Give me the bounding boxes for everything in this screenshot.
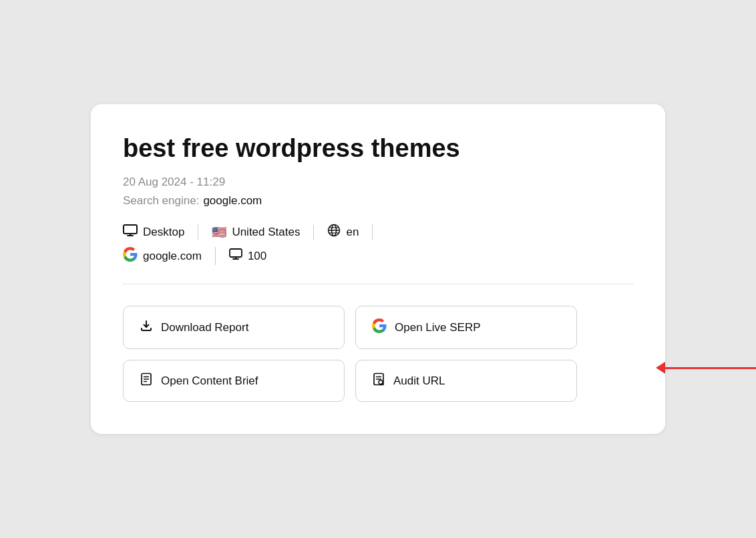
monitor-icon bbox=[123, 224, 138, 240]
language-label: en bbox=[346, 226, 359, 239]
page-title: best free wordpress themes bbox=[123, 133, 633, 164]
meta-row-2: google.com 100 bbox=[123, 247, 633, 265]
download-icon bbox=[140, 319, 153, 336]
audit-url-label: Audit URL bbox=[393, 374, 445, 388]
results-count: 100 bbox=[248, 250, 266, 263]
arrow-head bbox=[656, 362, 665, 374]
search-engine-label: Search engine: bbox=[123, 194, 199, 208]
buttons-grid: Download Report Open Live SERP bbox=[123, 306, 577, 402]
download-report-button[interactable]: Download Report bbox=[123, 306, 345, 349]
arrow-annotation bbox=[657, 362, 756, 374]
arrow-line bbox=[665, 367, 756, 369]
google-serp-icon bbox=[372, 318, 387, 336]
results-meta: 100 bbox=[229, 248, 280, 264]
timestamp: 20 Aug 2024 - 11:29 bbox=[123, 176, 633, 189]
device-label: Desktop bbox=[143, 226, 184, 239]
audit-url-icon bbox=[372, 372, 385, 389]
download-report-label: Download Report bbox=[161, 321, 248, 334]
divider bbox=[123, 284, 633, 284]
audit-url-button[interactable]: Audit URL bbox=[355, 360, 577, 402]
flag-icon: 🇺🇸 bbox=[212, 225, 226, 240]
google-label: google.com bbox=[143, 250, 202, 263]
country-label: United States bbox=[232, 226, 300, 239]
open-content-brief-label: Open Content Brief bbox=[161, 374, 258, 388]
svg-rect-6 bbox=[230, 249, 242, 257]
results-icon bbox=[229, 248, 242, 264]
open-live-serp-button[interactable]: Open Live SERP bbox=[355, 306, 577, 349]
svg-rect-0 bbox=[124, 225, 137, 234]
google-icon bbox=[123, 247, 138, 265]
country-meta: 🇺🇸 United States bbox=[212, 225, 314, 240]
main-card: best free wordpress themes 20 Aug 2024 -… bbox=[91, 104, 665, 435]
search-engine-row: Search engine: google.com bbox=[123, 194, 633, 208]
meta-row-1: Desktop 🇺🇸 United States en bbox=[123, 224, 633, 240]
google-meta: google.com bbox=[123, 247, 216, 265]
content-brief-icon bbox=[140, 372, 153, 389]
globe-icon bbox=[327, 224, 341, 240]
red-arrow bbox=[657, 362, 756, 374]
open-content-brief-button[interactable]: Open Content Brief bbox=[123, 360, 345, 402]
open-live-serp-label: Open Live SERP bbox=[395, 321, 481, 334]
search-engine-value: google.com bbox=[203, 194, 262, 208]
language-meta: en bbox=[327, 224, 373, 240]
device-meta: Desktop bbox=[123, 224, 198, 240]
